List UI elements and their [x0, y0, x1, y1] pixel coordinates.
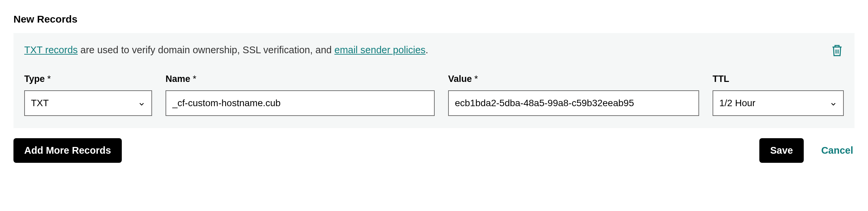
ttl-label: TTL [713, 74, 844, 84]
required-star: * [190, 74, 196, 84]
type-label-text: Type [24, 74, 45, 84]
name-label-text: Name [165, 74, 190, 84]
name-input[interactable] [165, 90, 435, 116]
name-field-group: Name * [165, 74, 435, 116]
info-after: . [426, 45, 428, 55]
chevron-down-icon [138, 100, 145, 107]
section-title: New Records [13, 14, 855, 25]
type-field-group: Type * TXT [24, 74, 152, 116]
delete-record-button[interactable] [830, 43, 844, 59]
value-field-group: Value * [448, 74, 699, 116]
add-more-records-button[interactable]: Add More Records [13, 138, 122, 163]
save-button[interactable]: Save [760, 138, 804, 163]
fields-row: Type * TXT Name * Value * TTL [24, 74, 844, 116]
ttl-select-value: 1/2 Hour [719, 98, 755, 108]
type-select[interactable]: TXT [24, 90, 152, 116]
required-star: * [472, 74, 478, 84]
type-select-value: TXT [31, 98, 49, 108]
email-policies-link[interactable]: email sender policies [334, 45, 426, 55]
info-row: TXT records are used to verify domain ow… [24, 43, 844, 59]
info-middle: are used to verify domain ownership, SSL… [78, 45, 334, 55]
actions-right: Save Cancel [760, 138, 855, 163]
cancel-button[interactable]: Cancel [820, 138, 855, 163]
chevron-down-icon [830, 100, 837, 107]
ttl-field-group: TTL 1/2 Hour [713, 74, 844, 116]
name-label: Name * [165, 74, 435, 84]
info-text: TXT records are used to verify domain ow… [24, 43, 824, 57]
type-label: Type * [24, 74, 152, 84]
txt-records-link[interactable]: TXT records [24, 45, 78, 55]
value-input[interactable] [448, 90, 699, 116]
actions-row: Add More Records Save Cancel [13, 138, 855, 163]
value-label: Value * [448, 74, 699, 84]
ttl-select[interactable]: 1/2 Hour [713, 90, 844, 116]
value-label-text: Value [448, 74, 472, 84]
record-panel: TXT records are used to verify domain ow… [13, 33, 855, 128]
ttl-label-text: TTL [713, 74, 729, 84]
required-star: * [45, 74, 51, 84]
trash-icon [831, 53, 843, 58]
